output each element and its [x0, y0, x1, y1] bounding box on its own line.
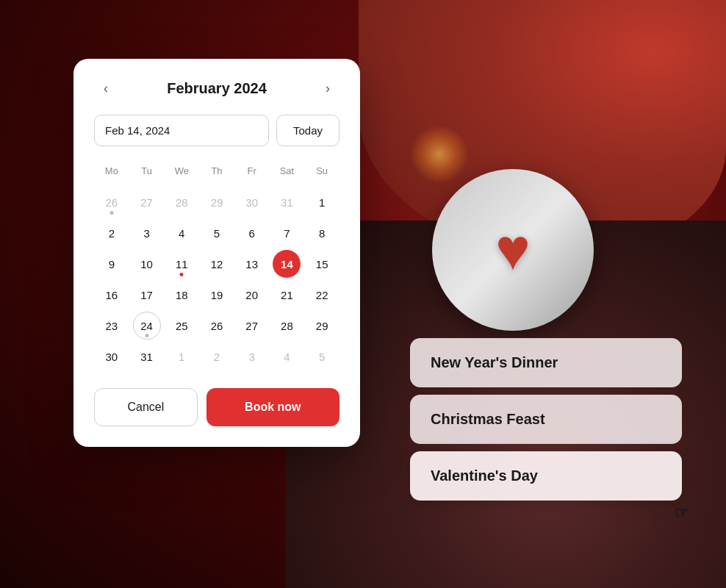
cancel-button[interactable]: Cancel: [94, 388, 198, 426]
events-list: New Year's Dinner Christmas Feast Valent…: [410, 338, 682, 501]
day-cell[interactable]: 1: [308, 188, 336, 216]
day-cell[interactable]: 26: [98, 188, 126, 216]
day-cell[interactable]: 3: [133, 219, 161, 247]
valentines-day-label: Valentine's Day: [431, 467, 538, 484]
heart-decoration: ♥: [495, 220, 531, 279]
day-cell[interactable]: 7: [273, 219, 301, 247]
calendar-header: ‹ February 2024 ›: [94, 76, 339, 100]
day-cell[interactable]: 29: [203, 188, 231, 216]
day-cell[interactable]: 15: [308, 250, 336, 278]
day-cell[interactable]: 12: [203, 250, 231, 278]
day-cell[interactable]: 19: [203, 281, 231, 309]
day-cell[interactable]: 9: [98, 250, 126, 278]
day-cell[interactable]: 10: [133, 250, 161, 278]
day-cell[interactable]: 21: [273, 281, 301, 309]
calendar-grid: Mo Tu We Th Fr Sat Su 26 27 28 29 30 31 …: [94, 161, 339, 372]
day-cell[interactable]: 25: [168, 312, 195, 340]
day-label-sat: Sat: [270, 161, 305, 187]
day-cell[interactable]: 28: [168, 188, 195, 216]
month-title: February 2024: [167, 80, 267, 97]
day-cell[interactable]: 5: [203, 219, 231, 247]
day-cell[interactable]: 31: [273, 188, 301, 216]
day-cell[interactable]: 31: [133, 343, 161, 370]
day-cell[interactable]: 8: [308, 219, 336, 247]
day-cell[interactable]: 22: [308, 281, 336, 309]
day-cell[interactable]: 2: [98, 219, 126, 247]
day-cell[interactable]: 26: [203, 312, 231, 340]
day-label-su: Su: [304, 161, 339, 187]
event-item-valentines-day[interactable]: Valentine's Day ☞: [410, 451, 682, 501]
day-cell[interactable]: 2: [203, 343, 231, 370]
day-cell[interactable]: 4: [273, 343, 301, 370]
day-cell[interactable]: 16: [98, 281, 126, 309]
calendar-panel: ‹ February 2024 › Today Mo Tu We Th Fr S…: [73, 59, 360, 447]
prev-month-button[interactable]: ‹: [94, 76, 118, 100]
today-button[interactable]: Today: [276, 115, 339, 146]
event-item-new-years-dinner[interactable]: New Year's Dinner: [410, 338, 682, 387]
plate-decoration: ♥: [410, 147, 616, 353]
day-cell-selected[interactable]: 14: [273, 250, 301, 278]
day-label-tu: Tu: [129, 161, 165, 187]
day-cell[interactable]: 30: [98, 343, 126, 370]
day-cell[interactable]: 27: [133, 188, 161, 216]
day-cell[interactable]: 28: [273, 312, 301, 340]
day-cell[interactable]: 13: [238, 250, 266, 278]
day-cell[interactable]: 11: [168, 250, 195, 278]
day-label-fr: Fr: [234, 161, 270, 187]
day-cell[interactable]: 29: [308, 312, 336, 340]
date-input[interactable]: [94, 115, 269, 146]
date-input-row: Today: [94, 115, 339, 146]
day-cell[interactable]: 20: [238, 281, 266, 309]
day-label-th: Th: [199, 161, 234, 187]
day-cell[interactable]: 27: [238, 312, 266, 340]
day-cell[interactable]: 5: [308, 343, 336, 370]
day-cell[interactable]: 6: [238, 219, 266, 247]
day-cell[interactable]: 17: [133, 281, 161, 309]
day-cell[interactable]: 18: [168, 281, 195, 309]
day-cell[interactable]: 4: [168, 219, 195, 247]
calendar-actions: Cancel Book now: [94, 388, 339, 426]
day-label-mo: Mo: [94, 161, 129, 187]
book-now-button[interactable]: Book now: [206, 388, 339, 426]
cursor-hand-icon: ☞: [675, 503, 689, 523]
day-cell[interactable]: 30: [238, 188, 266, 216]
day-cell[interactable]: 24: [133, 312, 161, 340]
event-item-christmas-feast[interactable]: Christmas Feast: [410, 395, 682, 444]
day-label-we: We: [164, 161, 199, 187]
day-cell[interactable]: 1: [168, 343, 195, 370]
day-cell[interactable]: 23: [98, 312, 126, 340]
day-cell[interactable]: 3: [238, 343, 266, 370]
next-month-button[interactable]: ›: [316, 76, 339, 100]
